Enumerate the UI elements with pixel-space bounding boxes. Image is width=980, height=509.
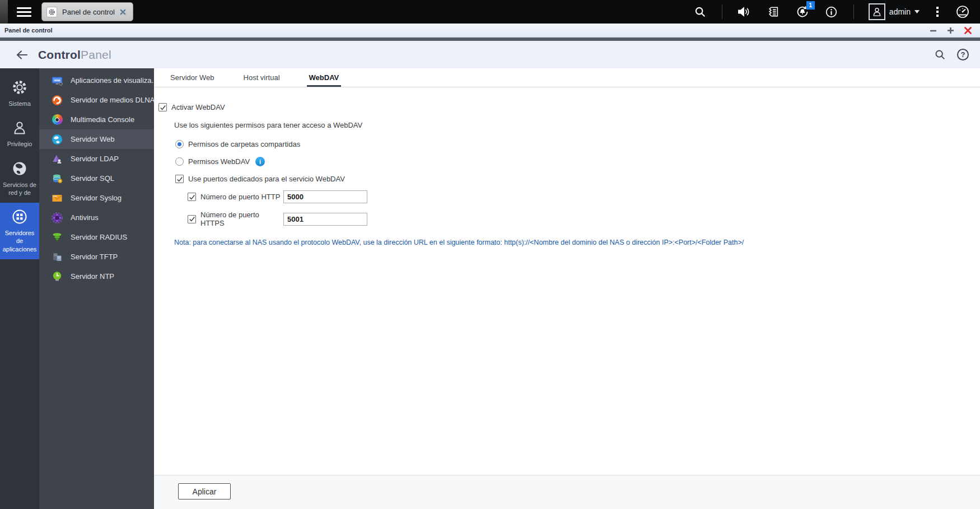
- background-tasks-icon[interactable]: [766, 4, 781, 19]
- app-item-aplicaciones-visualizacion[interactable]: HDMI Aplicaciones de visualiza...: [39, 71, 154, 90]
- footer-action-bar: Aplicar: [154, 475, 980, 509]
- gear-icon: [11, 79, 28, 96]
- control-panel-gear-icon: [46, 7, 57, 17]
- antivirus-icon: [52, 212, 63, 223]
- user-name: admin: [889, 7, 911, 16]
- maximize-icon[interactable]: [946, 26, 955, 35]
- more-options-icon[interactable]: [934, 7, 941, 17]
- app-item-servidor-tftp[interactable]: Servidor TFTP: [39, 247, 154, 267]
- http-port-checkbox[interactable]: [188, 193, 196, 201]
- app-item-servidor-web[interactable]: Servidor Web: [39, 129, 154, 149]
- http-port-label: Número de puerto HTTP: [200, 193, 283, 201]
- help-icon[interactable]: ?: [957, 49, 969, 60]
- top-bar: Panel de control 1 admin: [0, 0, 980, 24]
- web-globe-icon: [52, 134, 63, 145]
- app-item-servidor-dlna[interactable]: Servidor de medios DLNA: [39, 90, 154, 110]
- main-menu-button[interactable]: [11, 0, 37, 24]
- radius-icon: [52, 232, 63, 243]
- desktop-tab-close-icon[interactable]: [120, 9, 126, 15]
- hdmi-display-icon: HDMI: [52, 75, 63, 86]
- window-title: Panel de control: [4, 27, 53, 34]
- puertos-dedicados-checkbox[interactable]: [175, 175, 184, 183]
- back-button[interactable]: [16, 50, 28, 60]
- page-title: ControlPanel: [38, 48, 111, 62]
- header-search-icon[interactable]: [934, 49, 946, 60]
- tab-host-virtual[interactable]: Host virtual: [241, 73, 282, 87]
- topbar-separator: [722, 4, 722, 19]
- check-icon: [189, 216, 195, 222]
- permisos-carpetas-radio[interactable]: [175, 140, 184, 148]
- https-port-input[interactable]: [283, 213, 367, 226]
- activar-webdav-label: Activar WebDAV: [171, 103, 225, 111]
- app-item-servidor-sql[interactable]: Servidor SQL: [39, 169, 154, 188]
- dlna-icon: [52, 95, 63, 106]
- desktop-tab-control-panel[interactable]: Panel de control: [41, 2, 133, 21]
- ldap-icon: [52, 153, 63, 165]
- permisos-carpetas-label: Permisos de carpetas compartidas: [188, 140, 300, 148]
- close-icon[interactable]: [964, 26, 972, 35]
- activar-webdav-checkbox[interactable]: [158, 103, 167, 111]
- sidebar-item-servicios-red[interactable]: Servicios de red y de: [0, 155, 39, 203]
- apps-grid-icon: [11, 208, 28, 225]
- desktop-tab-label: Panel de control: [62, 8, 115, 16]
- desktop-edge: [0, 0, 8, 24]
- user-menu[interactable]: admin: [869, 3, 920, 20]
- check-icon: [160, 104, 166, 111]
- sidebar-item-privilegio[interactable]: Privilegio: [0, 114, 39, 154]
- sidebar-item-sistema[interactable]: Sistema: [0, 73, 39, 114]
- tftp-icon: [52, 251, 63, 263]
- http-port-input[interactable]: [283, 190, 367, 203]
- tab-strip: Servidor Web Host virtual WebDAV: [154, 68, 980, 87]
- app-item-servidor-ldap[interactable]: Servidor LDAP: [39, 149, 154, 169]
- svg-text:HDMI: HDMI: [54, 78, 60, 81]
- app-item-servidor-syslog[interactable]: LOG Servidor Syslog: [39, 188, 154, 208]
- app-item-servidor-radius[interactable]: Servidor RADIUS: [39, 227, 154, 247]
- minimize-icon[interactable]: [929, 26, 937, 35]
- volume-icon[interactable]: [737, 4, 752, 19]
- info-icon[interactable]: [824, 4, 839, 19]
- check-icon: [176, 176, 183, 183]
- control-panel-header: ControlPanel ?: [0, 41, 980, 68]
- app-item-servidor-ntp[interactable]: Servidor NTP: [39, 267, 154, 286]
- app-item-antivirus[interactable]: Antivirus: [39, 208, 154, 227]
- https-port-checkbox[interactable]: [188, 215, 196, 223]
- sidebar-item-servidores-aplicaciones[interactable]: Servidores de aplicaciones: [0, 203, 39, 259]
- search-icon[interactable]: [693, 4, 707, 19]
- permissions-intro-text: Use los siguientes permisos para tener a…: [174, 121, 362, 129]
- globe-icon: [11, 160, 28, 177]
- ntp-clock-icon: [52, 271, 63, 282]
- topbar-separator: [853, 4, 854, 19]
- notification-badge: 1: [806, 1, 815, 10]
- svg-text:LOG: LOG: [53, 195, 57, 197]
- window-title-bar: Panel de control: [0, 24, 980, 38]
- app-item-multimedia-console[interactable]: Multimedia Console: [39, 110, 154, 129]
- webdav-note-text: Nota: para conectarse al NAS usando el p…: [174, 239, 958, 246]
- notifications-icon[interactable]: 1: [795, 4, 810, 19]
- apply-button[interactable]: Aplicar: [178, 483, 231, 499]
- settings-pane: Servidor Web Host virtual WebDAV Activar…: [154, 68, 980, 509]
- permisos-webdav-radio[interactable]: [175, 157, 184, 166]
- webdav-permissions-info-icon[interactable]: i: [255, 157, 265, 166]
- category-sidebar: Sistema Privilegio Servicios de red y de…: [0, 68, 39, 509]
- resource-monitor-icon[interactable]: [955, 4, 970, 19]
- caret-down-icon: [914, 10, 920, 13]
- syslog-icon: LOG: [52, 193, 63, 204]
- tab-webdav[interactable]: WebDAV: [307, 73, 342, 87]
- tab-servidor-web[interactable]: Servidor Web: [168, 73, 217, 87]
- puertos-dedicados-label: Use puertos dedicados para el servicio W…: [188, 175, 345, 183]
- multimedia-console-icon: [52, 114, 63, 125]
- avatar-icon: [869, 3, 885, 20]
- user-icon: [11, 119, 28, 136]
- sql-database-icon: [52, 173, 63, 184]
- permisos-webdav-label: Permisos WebDAV: [188, 157, 250, 166]
- check-icon: [189, 194, 195, 200]
- application-list: HDMI Aplicaciones de visualiza... Servid…: [39, 68, 154, 509]
- https-port-label: Número de puerto HTTPS: [200, 211, 283, 227]
